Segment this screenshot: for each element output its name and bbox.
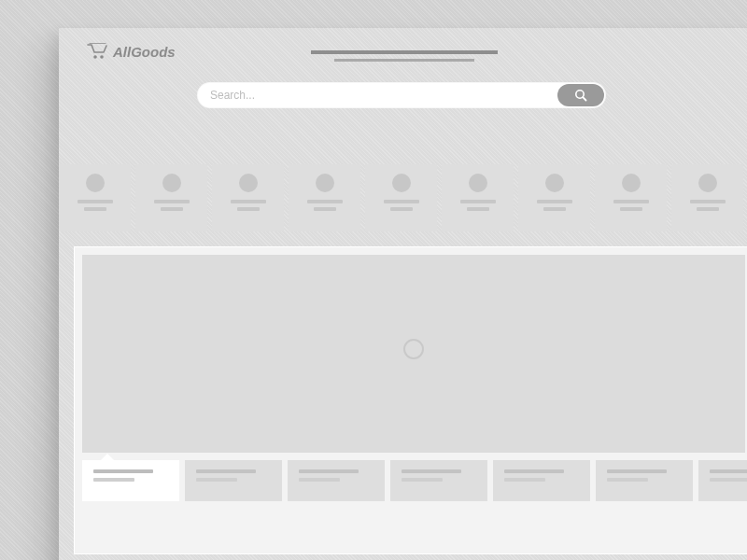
- hero-thumb[interactable]: [288, 460, 385, 501]
- tagline-placeholder: [311, 50, 498, 62]
- hero-thumb[interactable]: [82, 460, 179, 501]
- avatar-placeholder-icon: [162, 174, 181, 192]
- avatar-placeholder-icon: [239, 174, 258, 192]
- app-window: AllGoods: [59, 28, 747, 560]
- hero-thumb[interactable]: [596, 460, 693, 501]
- search-input[interactable]: [197, 89, 557, 102]
- search-button[interactable]: [557, 84, 604, 106]
- hero-thumb[interactable]: [390, 460, 487, 501]
- category-card[interactable]: [59, 164, 131, 231]
- category-card[interactable]: [442, 164, 514, 231]
- header: AllGoods: [59, 28, 747, 138]
- brand-logo[interactable]: AllGoods: [87, 43, 176, 60]
- category-card[interactable]: [212, 164, 284, 231]
- avatar-placeholder-icon: [698, 174, 717, 192]
- hero-panel: [74, 246, 747, 554]
- hero-image-placeholder: [82, 255, 745, 453]
- brand-name: AllGoods: [113, 44, 176, 60]
- category-card[interactable]: [135, 164, 207, 231]
- category-card[interactable]: [289, 164, 360, 231]
- avatar-placeholder-icon: [469, 174, 487, 192]
- cart-icon: [87, 43, 107, 60]
- avatar-placeholder-icon: [622, 174, 641, 192]
- hero-thumb-strip: [82, 460, 745, 501]
- hero-thumb[interactable]: [493, 460, 590, 501]
- search-bar: [197, 82, 606, 108]
- search-icon: [574, 89, 587, 102]
- category-card[interactable]: [671, 164, 743, 231]
- avatar-placeholder-icon: [316, 174, 334, 192]
- category-card[interactable]: [595, 164, 667, 231]
- category-strip: [59, 164, 747, 231]
- avatar-placeholder-icon: [86, 174, 105, 192]
- hero-thumb[interactable]: [698, 460, 747, 501]
- avatar-placeholder-icon: [392, 174, 411, 192]
- svg-point-0: [93, 55, 97, 59]
- category-card[interactable]: [518, 164, 590, 231]
- svg-line-3: [583, 97, 585, 100]
- hero-thumb[interactable]: [185, 460, 282, 501]
- svg-point-1: [100, 55, 104, 59]
- avatar-placeholder-icon: [545, 174, 564, 192]
- category-card[interactable]: [365, 164, 437, 231]
- loading-ring-icon: [403, 339, 424, 359]
